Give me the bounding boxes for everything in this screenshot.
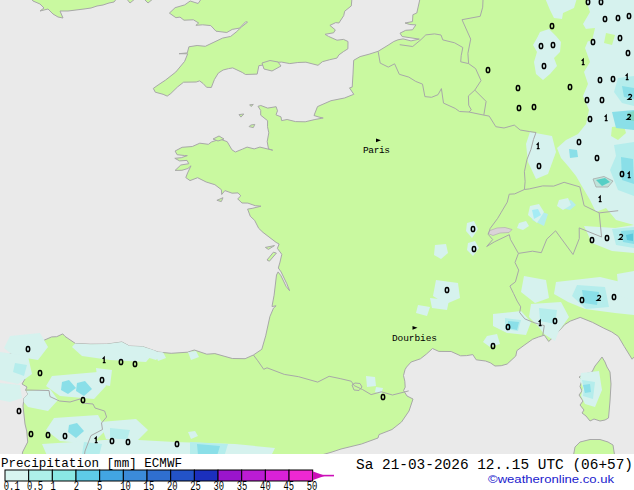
svg-text:30: 30: [214, 480, 225, 490]
svg-text:20: 20: [167, 480, 178, 490]
svg-text:Sa 21-03-2026 12..15 UTC (06+5: Sa 21-03-2026 12..15 UTC (06+57): [356, 457, 633, 473]
svg-text:Precipitation [mm] ECMWF: Precipitation [mm] ECMWF: [1, 456, 182, 471]
svg-text:10: 10: [120, 480, 131, 490]
svg-text:2: 2: [74, 480, 79, 490]
svg-text:0.1: 0.1: [4, 480, 20, 490]
svg-text:Dourbies: Dourbies: [392, 333, 437, 344]
svg-text:0.5: 0.5: [27, 480, 43, 490]
svg-text:50: 50: [307, 480, 318, 490]
svg-text:35: 35: [237, 480, 248, 490]
svg-text:Paris: Paris: [363, 145, 390, 156]
svg-text:15: 15: [144, 480, 155, 490]
svg-text:1: 1: [50, 480, 55, 490]
svg-text:©weatheronline.co.uk: ©weatheronline.co.uk: [488, 473, 615, 485]
svg-text:45: 45: [283, 480, 294, 490]
svg-text:5: 5: [97, 480, 102, 490]
svg-text:40: 40: [260, 480, 271, 490]
svg-text:25: 25: [190, 480, 201, 490]
